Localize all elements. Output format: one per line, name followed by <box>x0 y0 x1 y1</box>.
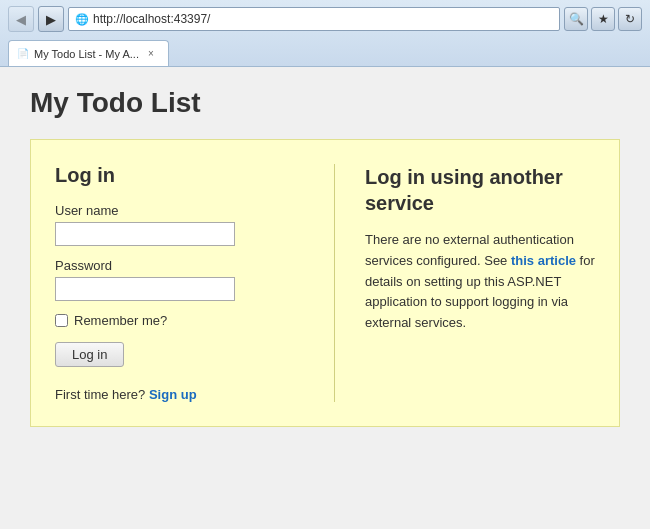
service-description: There are no external authentication ser… <box>365 230 595 334</box>
login-button[interactable]: Log in <box>55 342 124 367</box>
back-button[interactable]: ◀ <box>8 6 34 32</box>
article-link[interactable]: this article <box>511 253 576 268</box>
password-input[interactable] <box>55 277 235 301</box>
address-icon: 🌐 <box>75 13 89 26</box>
toolbar-right: 🔍 ★ ↻ <box>564 7 642 31</box>
browser-chrome: ◀ ▶ 🌐 http://localhost:43397/ 🔍 ★ ↻ 📄 My… <box>0 0 650 67</box>
login-card: Log in User name Password Remember me? L… <box>30 139 620 427</box>
tab-close-button[interactable]: × <box>144 47 158 61</box>
page-title: My Todo List <box>30 87 620 119</box>
service-section-title: Log in using another service <box>365 164 595 216</box>
address-bar[interactable]: 🌐 http://localhost:43397/ <box>68 7 560 31</box>
external-service-section: Log in using another service There are n… <box>335 164 595 402</box>
forward-button[interactable]: ▶ <box>38 6 64 32</box>
login-form-section: Log in User name Password Remember me? L… <box>55 164 335 402</box>
tab-favicon-icon: 📄 <box>17 48 29 59</box>
signup-link[interactable]: Sign up <box>149 387 197 402</box>
browser-tab[interactable]: 📄 My Todo List - My A... × <box>8 40 169 66</box>
password-label: Password <box>55 258 304 273</box>
address-text: http://localhost:43397/ <box>93 12 553 26</box>
remember-me-checkbox[interactable] <box>55 314 68 327</box>
favorites-btn[interactable]: ★ <box>591 7 615 31</box>
tab-label: My Todo List - My A... <box>34 48 139 60</box>
first-time-text: First time here? <box>55 387 145 402</box>
remember-me-label: Remember me? <box>74 313 167 328</box>
browser-toolbar: ◀ ▶ 🌐 http://localhost:43397/ 🔍 ★ ↻ <box>8 6 642 32</box>
username-group: User name <box>55 203 304 246</box>
refresh-btn[interactable]: ↻ <box>618 7 642 31</box>
first-time-row: First time here? Sign up <box>55 387 304 402</box>
password-group: Password <box>55 258 304 301</box>
search-btn[interactable]: 🔍 <box>564 7 588 31</box>
username-label: User name <box>55 203 304 218</box>
remember-me-row: Remember me? <box>55 313 304 328</box>
page-content: My Todo List Log in User name Password R… <box>0 67 650 529</box>
tab-bar: 📄 My Todo List - My A... × <box>8 38 642 66</box>
login-section-title: Log in <box>55 164 304 187</box>
username-input[interactable] <box>55 222 235 246</box>
